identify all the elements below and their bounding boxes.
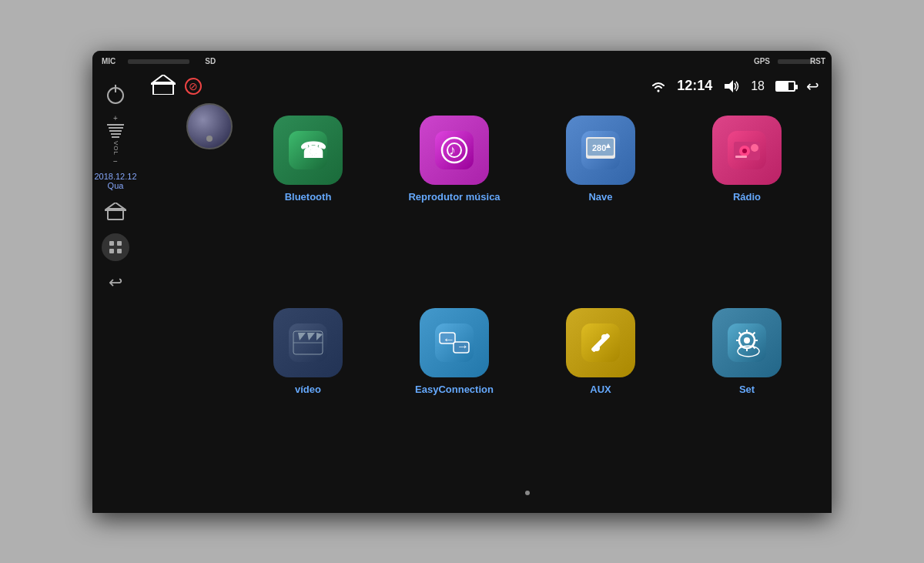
svg-rect-2: [109, 241, 114, 246]
svg-text:←: ←: [443, 333, 455, 346]
back-icon-left: ↩: [109, 273, 122, 293]
status-bar: ⊘ 12:14: [139, 72, 832, 100]
svg-point-8: [658, 89, 660, 92]
mic-label: MIC: [102, 57, 116, 65]
app-item-bluetooth[interactable]: ☎ Bluetooth: [246, 116, 370, 293]
grid-icon: [109, 240, 122, 254]
vol-bar: [111, 133, 121, 135]
wifi-icon: [651, 80, 666, 92]
date-line2: Qua: [94, 181, 136, 190]
date-line1: 2018.12.12: [94, 172, 136, 181]
rst-label: RST: [810, 57, 825, 65]
app-label-music: Reprodutor música: [408, 191, 500, 203]
power-button[interactable]: [103, 80, 128, 105]
status-left: ⊘: [151, 75, 202, 98]
back-button-status[interactable]: ↩: [806, 77, 819, 96]
time-display: 12:14: [677, 78, 712, 94]
app-icon-bluetooth: ☎: [273, 116, 343, 185]
app-item-set[interactable]: Set: [685, 308, 808, 485]
date-display: 2018.12.12 Qua: [94, 172, 136, 190]
volume-icon: [723, 79, 740, 93]
svg-rect-26: [735, 156, 747, 158]
svg-point-25: [742, 149, 747, 153]
vol-bar: [107, 124, 124, 126]
back-button-left[interactable]: ↩: [103, 270, 128, 295]
svg-point-23: [751, 144, 758, 152]
app-icon-nav: 280 ▲: [566, 116, 635, 185]
volume-control[interactable]: + VOL −: [107, 114, 124, 166]
power-icon: [107, 87, 124, 104]
top-bar: MIC SD GPS RST: [92, 51, 832, 72]
home-button-left[interactable]: [103, 199, 128, 224]
app-icon-easy: ← →: [420, 308, 489, 377]
knob-area[interactable]: [186, 103, 233, 149]
app-item-radio[interactable]: Rádio: [685, 116, 808, 293]
app-label-easy: EasyConnection: [415, 384, 494, 395]
sd-label: SD: [205, 57, 216, 65]
svg-rect-5: [117, 249, 122, 253]
app-icon-video: [273, 308, 343, 377]
cancel-button[interactable]: ⊘: [185, 78, 202, 95]
app-label-set: Set: [739, 384, 755, 395]
home-status-icon: [151, 75, 176, 95]
home-icon-status[interactable]: [151, 75, 176, 98]
app-icon-set: [712, 308, 782, 377]
app-icon-radio: [712, 116, 782, 185]
app-label-aux: AUX: [590, 384, 611, 395]
app-item-music[interactable]: ♪ Reprodutor música: [393, 116, 516, 293]
battery-icon: [775, 81, 795, 92]
app-item-video[interactable]: vídeo: [246, 308, 370, 485]
screen: ⊘ 12:14: [139, 72, 832, 513]
status-right: 12:14 18 ↩: [651, 77, 819, 96]
page-dot-1: [525, 491, 530, 495]
app-label-video: vídeo: [295, 384, 321, 395]
left-controls: + VOL − 2018.12.12 Qua: [92, 72, 139, 513]
car-stereo-device: MIC SD GPS RST + VOL −: [92, 51, 832, 513]
app-grid: ☎ Bluetooth ♪ Reprodutor música 280 ▲ Na…: [246, 116, 808, 485]
vol-bars: [107, 124, 124, 138]
svg-rect-4: [109, 249, 114, 253]
app-label-nav: Nave: [588, 191, 612, 203]
svg-text:♪: ♪: [449, 142, 456, 158]
svg-point-40: [601, 334, 608, 340]
app-item-easy[interactable]: ← → EasyConnection: [393, 308, 516, 485]
app-label-bluetooth: Bluetooth: [285, 191, 332, 203]
gps-label: GPS: [754, 57, 770, 65]
app-label-radio: Rádio: [733, 191, 761, 203]
svg-text:→: →: [457, 340, 469, 353]
page-indicator: [246, 485, 808, 501]
battery-fill: [777, 82, 788, 90]
vol-bar: [109, 130, 122, 132]
main-content: ☎ Bluetooth ♪ Reprodutor música 280 ▲ Na…: [139, 100, 832, 513]
svg-rect-3: [117, 241, 122, 246]
svg-point-41: [594, 345, 600, 351]
home-icon-left: [105, 203, 126, 221]
vol-bar: [112, 136, 119, 138]
app-item-nav[interactable]: 280 ▲ Nave: [539, 116, 662, 293]
svg-text:▲: ▲: [604, 141, 612, 149]
cancel-icon: ⊘: [189, 80, 198, 92]
volume-level: 18: [751, 79, 765, 93]
svg-rect-32: [293, 342, 323, 343]
app-icon-music: ♪: [420, 116, 489, 185]
device-main: + VOL − 2018.12.12 Qua: [92, 72, 832, 513]
app-icon-aux: [566, 308, 635, 377]
volume-knob[interactable]: [186, 103, 233, 149]
grid-button[interactable]: [102, 233, 129, 261]
vol-bar: [109, 127, 123, 129]
svg-marker-9: [725, 80, 733, 92]
app-item-aux[interactable]: AUX: [539, 308, 662, 485]
sd-slot: [128, 59, 189, 64]
svg-point-44: [744, 337, 750, 343]
svg-text:☎: ☎: [300, 139, 326, 163]
